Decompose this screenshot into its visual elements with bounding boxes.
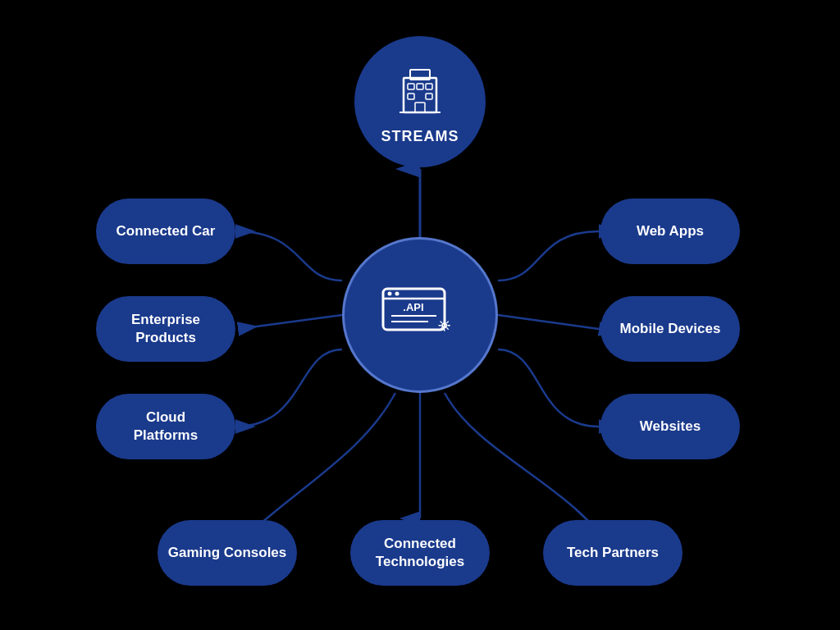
svg-line-20 (441, 322, 442, 323)
svg-rect-29 (408, 94, 414, 99)
mobile-devices-label: Mobile Devices (620, 320, 721, 338)
websites-node: Websites (600, 394, 740, 459)
mobile-devices-node: Mobile Devices (600, 296, 740, 362)
top-node-streams: STREAMS (354, 36, 486, 167)
svg-rect-26 (408, 84, 414, 89)
streams-label: STREAMS (381, 128, 459, 145)
cloud-platforms-label: CloudPlatforms (134, 409, 198, 445)
connected-car-label: Connected Car (116, 222, 216, 240)
svg-rect-31 (415, 103, 425, 112)
svg-line-22 (447, 322, 449, 323)
enterprise-products-label: EnterpriseProducts (131, 311, 200, 347)
gaming-consoles-node: Gaming Consoles (158, 520, 297, 586)
web-apps-node: Web Apps (600, 199, 740, 264)
tech-partners-label: Tech Partners (567, 544, 659, 562)
api-icon: .API (379, 285, 461, 342)
connected-technologies-node: ConnectedTechnologies (350, 520, 490, 586)
svg-line-6 (498, 315, 599, 329)
connected-technologies-label: ConnectedTechnologies (376, 535, 464, 571)
diagram-container: .API (51, 20, 789, 610)
svg-rect-30 (426, 94, 432, 99)
svg-rect-28 (426, 84, 432, 89)
websites-label: Websites (640, 418, 701, 436)
svg-line-21 (447, 328, 449, 330)
svg-point-10 (388, 292, 392, 296)
center-node: .API (342, 237, 498, 393)
svg-point-11 (395, 292, 399, 296)
connected-car-node: Connected Car (96, 199, 235, 264)
svg-text:.API: .API (403, 301, 423, 313)
web-apps-label: Web Apps (637, 222, 704, 240)
enterprise-products-node: EnterpriseProducts (96, 296, 235, 362)
gaming-consoles-label: Gaming Consoles (168, 544, 287, 562)
svg-rect-27 (417, 84, 423, 89)
cloud-platforms-node: CloudPlatforms (96, 394, 235, 459)
tech-partners-node: Tech Partners (543, 520, 682, 586)
svg-line-5 (238, 315, 342, 329)
building-icon (387, 59, 453, 125)
